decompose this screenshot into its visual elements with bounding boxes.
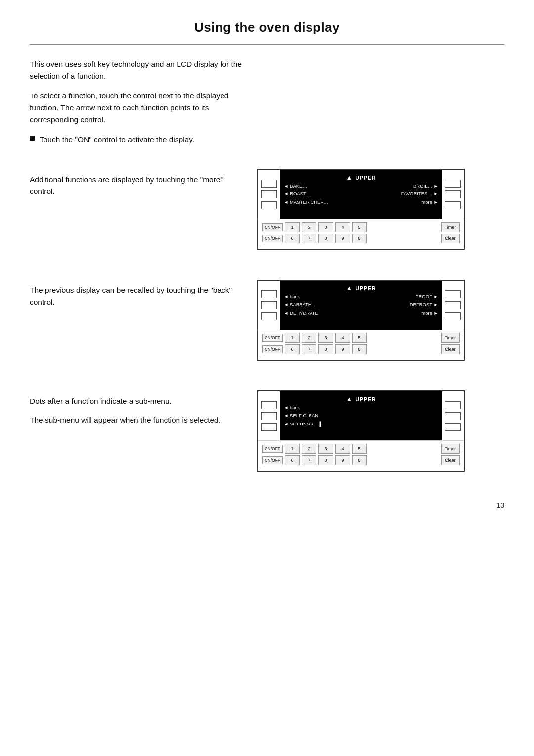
keypad-row-3a: ON/OFF 1 2 3 4 5 Timer [262, 444, 460, 454]
up-arrow-icon-1: ▲ [346, 174, 353, 181]
oven-diagram-1: ▲ UPPER ◄ BAKE… BROIL… ► ◄ ROAST… FAVORI… [257, 169, 465, 250]
right-btn-1c[interactable] [445, 201, 461, 209]
intro-para2: To select a function, touch the control … [30, 90, 257, 126]
clear-btn-1[interactable]: Clear [441, 234, 460, 243]
left-btn-1a[interactable] [261, 180, 277, 188]
key-2-7[interactable]: 7 [302, 344, 316, 354]
section-2-text: The previous display can be recalled by … [30, 280, 237, 308]
keypad-row-1a: ON/OFF 1 2 3 4 5 Timer [262, 222, 460, 232]
display-area-1: ▲ UPPER ◄ BAKE… BROIL… ► ◄ ROAST… FAVORI… [258, 170, 464, 219]
key-2-5[interactable]: 5 [352, 333, 367, 343]
section-1-text: Additional functions are displayed by to… [30, 169, 237, 197]
onoff-btn-3b[interactable]: ON/OFF [262, 456, 283, 464]
left-btn-3c[interactable] [261, 423, 277, 431]
left-btn-1c[interactable] [261, 201, 277, 209]
onoff-btn-3a[interactable]: ON/OFF [262, 445, 283, 453]
left-btn-3b[interactable] [261, 412, 277, 420]
key-3-0[interactable]: 0 [352, 455, 367, 465]
title-divider [30, 44, 504, 45]
key-2-6[interactable]: 6 [285, 344, 300, 354]
lcd-header-2: ▲ UPPER [284, 284, 438, 292]
clear-btn-2[interactable]: Clear [441, 344, 460, 354]
left-btn-1b[interactable] [261, 190, 277, 198]
onoff-btn-2a[interactable]: ON/OFF [262, 334, 283, 342]
left-side-controls-2 [258, 281, 280, 330]
key-3-1[interactable]: 1 [285, 444, 300, 454]
lcd-row-2-1: ◄ SABBATH… DEFROST ► [284, 301, 438, 309]
key-1-3[interactable]: 3 [318, 222, 333, 232]
key-1-8[interactable]: 8 [318, 234, 333, 243]
key-3-7[interactable]: 7 [302, 455, 316, 465]
key-3-5[interactable]: 5 [352, 444, 367, 454]
display-area-2: ▲ UPPER ◄ back PROOF ► ◄ SABBATH… DEFROS… [258, 281, 464, 330]
page-number: 13 [30, 501, 504, 509]
right-btn-3b[interactable] [445, 412, 461, 420]
key-1-1[interactable]: 1 [285, 222, 300, 232]
onoff-btn-1a[interactable]: ON/OFF [262, 223, 283, 231]
left-side-controls-3 [258, 391, 280, 440]
right-btn-3a[interactable] [445, 401, 461, 409]
up-arrow-icon-3: ▲ [346, 395, 353, 403]
page-title: Using the oven display [30, 20, 504, 35]
lcd-header-3: ▲ UPPER [284, 395, 438, 403]
display-area-3: ▲ UPPER ◄ back ◄ SELF CLEAN ◄ SETTINGS…▐ [258, 391, 464, 441]
timer-btn-1[interactable]: Timer [441, 222, 460, 232]
lcd-screen-2: ▲ UPPER ◄ back PROOF ► ◄ SABBATH… DEFROS… [280, 281, 442, 330]
right-btn-1a[interactable] [445, 180, 461, 188]
key-3-3[interactable]: 3 [318, 444, 333, 454]
key-1-0[interactable]: 0 [352, 234, 367, 243]
right-btn-2a[interactable] [445, 290, 461, 298]
right-side-controls-2 [442, 281, 464, 330]
left-btn-2b[interactable] [261, 301, 277, 309]
key-2-4[interactable]: 4 [335, 333, 350, 343]
key-3-6[interactable]: 6 [285, 455, 300, 465]
key-1-2[interactable]: 2 [302, 222, 316, 232]
left-btn-2a[interactable] [261, 290, 277, 298]
right-btn-2b[interactable] [445, 301, 461, 309]
key-3-2[interactable]: 2 [302, 444, 316, 454]
left-btn-2c[interactable] [261, 312, 277, 320]
key-1-4[interactable]: 4 [335, 222, 350, 232]
key-1-5[interactable]: 5 [352, 222, 367, 232]
key-1-7[interactable]: 7 [302, 234, 316, 243]
intro-para1: This oven uses soft key technology and a… [30, 58, 257, 82]
onoff-btn-1b[interactable]: ON/OFF [262, 235, 283, 242]
bullet-text: Touch the "ON" control to activate the d… [40, 134, 194, 145]
clear-btn-3[interactable]: Clear [441, 455, 460, 465]
timer-btn-2[interactable]: Timer [441, 333, 460, 343]
lcd-row-3-1: ◄ SELF CLEAN [284, 412, 438, 420]
key-3-8[interactable]: 8 [318, 455, 333, 465]
key-1-6[interactable]: 6 [285, 234, 300, 243]
right-btn-3c[interactable] [445, 423, 461, 431]
right-side-controls-1 [442, 170, 464, 219]
key-2-9[interactable]: 9 [335, 344, 350, 354]
lcd-row-2-0: ◄ back PROOF ► [284, 293, 438, 301]
key-3-9[interactable]: 9 [335, 455, 350, 465]
keypad-section-2: ON/OFF 1 2 3 4 5 Timer ON/OFF 6 7 8 9 0 … [258, 330, 464, 360]
oven-diagram-2: ▲ UPPER ◄ back PROOF ► ◄ SABBATH… DEFROS… [257, 280, 465, 361]
right-side-controls-3 [442, 391, 464, 440]
onoff-btn-2b[interactable]: ON/OFF [262, 345, 283, 353]
right-btn-1b[interactable] [445, 190, 461, 198]
bullet-item: Touch the "ON" control to activate the d… [30, 134, 257, 145]
lcd-row-3-0: ◄ back [284, 404, 438, 412]
key-2-3[interactable]: 3 [318, 333, 333, 343]
lcd-row-1-0: ◄ BAKE… BROIL… ► [284, 182, 438, 190]
key-2-8[interactable]: 8 [318, 344, 333, 354]
up-arrow-icon-2: ▲ [346, 284, 353, 292]
left-btn-3a[interactable] [261, 401, 277, 409]
key-2-1[interactable]: 1 [285, 333, 300, 343]
lcd-screen-1: ▲ UPPER ◄ BAKE… BROIL… ► ◄ ROAST… FAVORI… [280, 170, 442, 219]
key-2-0[interactable]: 0 [352, 344, 367, 354]
section-1: Additional functions are displayed by to… [30, 169, 504, 250]
timer-btn-3[interactable]: Timer [441, 444, 460, 454]
keypad-section-3: ON/OFF 1 2 3 4 5 Timer ON/OFF 6 7 8 9 0 … [258, 441, 464, 471]
right-btn-2c[interactable] [445, 312, 461, 320]
section-3: Dots after a function indicate a sub-men… [30, 390, 504, 472]
lcd-row-3-2: ◄ SETTINGS…▐ [284, 420, 438, 428]
key-3-4[interactable]: 4 [335, 444, 350, 454]
key-2-2[interactable]: 2 [302, 333, 316, 343]
key-1-9[interactable]: 9 [335, 234, 350, 243]
keypad-section-1: ON/OFF 1 2 3 4 5 Timer ON/OFF 6 7 8 9 0 … [258, 219, 464, 249]
keypad-row-3b: ON/OFF 6 7 8 9 0 Clear [262, 455, 460, 465]
